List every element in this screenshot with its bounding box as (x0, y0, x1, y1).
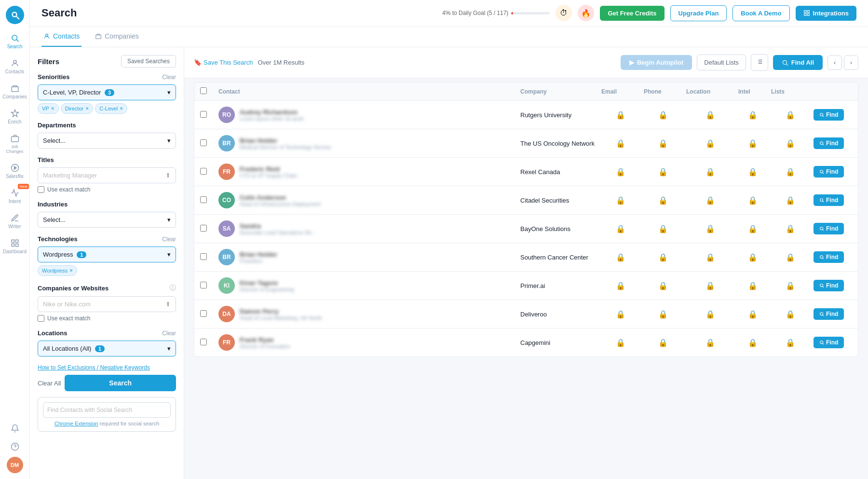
find-button[interactable]: Find (814, 109, 844, 121)
sidebar-item-writer[interactable]: Writer (2, 210, 28, 233)
clear-all-button[interactable]: Clear All (38, 380, 61, 387)
seniorities-select[interactable]: C-Level, VP, Director 3 ▾ (38, 84, 176, 100)
find-button[interactable]: Find (814, 194, 844, 206)
sidebar-item-search[interactable]: Search (2, 30, 28, 53)
row-checkbox[interactable] (200, 339, 207, 345)
select-all-checkbox-wrap[interactable] (200, 87, 215, 96)
sidebar-item-dashboard[interactable]: Dashboard (2, 235, 28, 258)
find-button-wrap: Find (814, 137, 852, 149)
row-checkbox[interactable] (200, 253, 207, 260)
row-checkbox-wrap[interactable] (200, 111, 215, 119)
tab-companies[interactable]: Companies (93, 27, 141, 47)
companies-websites-upload-icon[interactable]: ⬆ (165, 301, 171, 308)
tag-director[interactable]: Director × (61, 103, 94, 114)
sidebar-item-job-changes[interactable]: Job Changes (2, 130, 28, 158)
table-row: FR Frederic Reid CTO & VP Supply Chain R… (194, 158, 858, 186)
row-checkbox-wrap[interactable] (200, 282, 215, 290)
technologies-select[interactable]: Wordpress 1 ▾ (38, 246, 176, 262)
row-checkbox-wrap[interactable] (200, 310, 215, 318)
titles-input-wrap[interactable]: Marketing Manager ⬆ (38, 167, 176, 183)
find-button[interactable]: Find (814, 280, 844, 291)
filters-header: Filters Saved Searches (38, 55, 176, 68)
row-checkbox-wrap[interactable] (200, 339, 215, 347)
col-phone: Phone (644, 88, 682, 95)
save-search-button[interactable]: 🔖 Save This Search (194, 59, 253, 66)
phone-lock-icon: 🔒 (644, 110, 682, 120)
row-checkbox-wrap[interactable] (200, 139, 215, 148)
exclusion-link[interactable]: How to Set Exclusions / Negative Keyword… (38, 364, 176, 371)
sidebar-item-help[interactable] (2, 438, 28, 455)
select-all-checkbox[interactable] (200, 87, 207, 94)
locations-select[interactable]: All Locations (All) 1 ▾ (38, 341, 176, 356)
svg-line-33 (823, 144, 824, 146)
row-checkbox-wrap[interactable] (200, 225, 215, 233)
phone-lock-icon: 🔒 (644, 139, 682, 148)
prev-page-button[interactable]: ‹ (827, 55, 842, 70)
find-button[interactable]: Find (814, 223, 844, 234)
industries-select[interactable]: Select... ▾ (38, 212, 176, 228)
autopilot-button[interactable]: ▶ Begin Autopilot (621, 55, 692, 70)
avatar[interactable]: DM (7, 457, 23, 473)
titles-upload-icon[interactable]: ⬆ (165, 172, 171, 179)
app-logo[interactable] (6, 6, 24, 24)
contact-avatar: KI (218, 277, 235, 294)
row-checkbox[interactable] (200, 310, 207, 317)
sidebar-item-companies[interactable]: Companies (2, 80, 28, 103)
technologies-value: Wordpress 1 (43, 251, 86, 258)
contact-role: Head of Local Marketing, UK North (240, 315, 322, 321)
fire-button[interactable]: 🔥 (578, 5, 594, 21)
sidebar-item-enrich[interactable]: Enrich (2, 105, 28, 128)
row-checkbox-wrap[interactable] (200, 168, 215, 176)
saved-searches-button[interactable]: Saved Searches (121, 55, 176, 68)
sidebar-item-intent[interactable]: Intent New (2, 185, 28, 208)
tag-wordpress[interactable]: Wordpress × (38, 265, 77, 276)
intel-lock-icon: 🔒 (738, 110, 767, 120)
find-button[interactable]: Find (814, 337, 844, 348)
locations-clear[interactable]: Clear (162, 330, 176, 337)
search-button[interactable]: Search (65, 375, 176, 391)
row-checkbox-wrap[interactable] (200, 253, 215, 261)
titles-exact-match-checkbox[interactable] (38, 186, 44, 193)
sidebar-item-salesflix[interactable]: Salesflix (2, 160, 28, 183)
table-container: Contact Company Email Phone Location Int… (184, 82, 868, 367)
find-button[interactable]: Find (814, 308, 844, 320)
row-checkbox[interactable] (200, 196, 207, 203)
integrations-button[interactable]: Integrations (796, 6, 856, 21)
find-button-wrap: Find (814, 280, 852, 291)
row-checkbox[interactable] (200, 168, 207, 175)
row-checkbox[interactable] (200, 139, 207, 146)
book-demo-button[interactable]: Book A Demo (732, 5, 789, 21)
timer-button[interactable]: ⏱ (556, 5, 572, 21)
default-lists-button[interactable]: Default Lists (697, 55, 746, 70)
find-button[interactable]: Find (814, 251, 844, 263)
row-checkbox[interactable] (200, 111, 207, 118)
list-view-button[interactable] (751, 54, 768, 71)
tag-clevel[interactable]: C-Level × (95, 103, 127, 114)
find-all-button[interactable]: Find All (773, 55, 823, 70)
row-checkbox[interactable] (200, 282, 207, 288)
companies-websites-info-icon[interactable]: ⓘ (170, 284, 176, 292)
row-checkbox[interactable] (200, 225, 207, 232)
svg-rect-12 (12, 244, 14, 246)
col-intel: Intel (738, 88, 767, 95)
chrome-extension-link[interactable]: Chrome Extension (54, 421, 98, 426)
svg-point-38 (820, 227, 823, 230)
social-search-input[interactable]: Find Contacts with Social Search (43, 402, 171, 418)
companies-exact-match-checkbox[interactable] (38, 315, 44, 322)
tab-contacts[interactable]: Contacts (41, 27, 81, 47)
next-page-button[interactable]: › (844, 55, 858, 70)
sidebar-item-notifications[interactable] (2, 420, 28, 437)
intent-icon (11, 189, 19, 197)
technologies-clear[interactable]: Clear (162, 236, 176, 243)
get-free-credits-button[interactable]: Get Free Credits (600, 6, 664, 21)
industries-title: Industries (38, 201, 68, 208)
find-button[interactable]: Find (814, 166, 844, 178)
seniorities-clear[interactable]: Clear (162, 74, 176, 81)
tag-vp[interactable]: VP × (38, 103, 59, 114)
sidebar-item-contacts[interactable]: Contacts (2, 55, 28, 78)
row-checkbox-wrap[interactable] (200, 196, 215, 205)
find-button[interactable]: Find (814, 137, 844, 149)
companies-websites-input-wrap[interactable]: Nike or Nike.com ⬆ (38, 296, 176, 312)
upgrade-plan-button[interactable]: Upgrade Plan (670, 5, 727, 21)
departments-select[interactable]: Select... ▾ (38, 133, 176, 149)
